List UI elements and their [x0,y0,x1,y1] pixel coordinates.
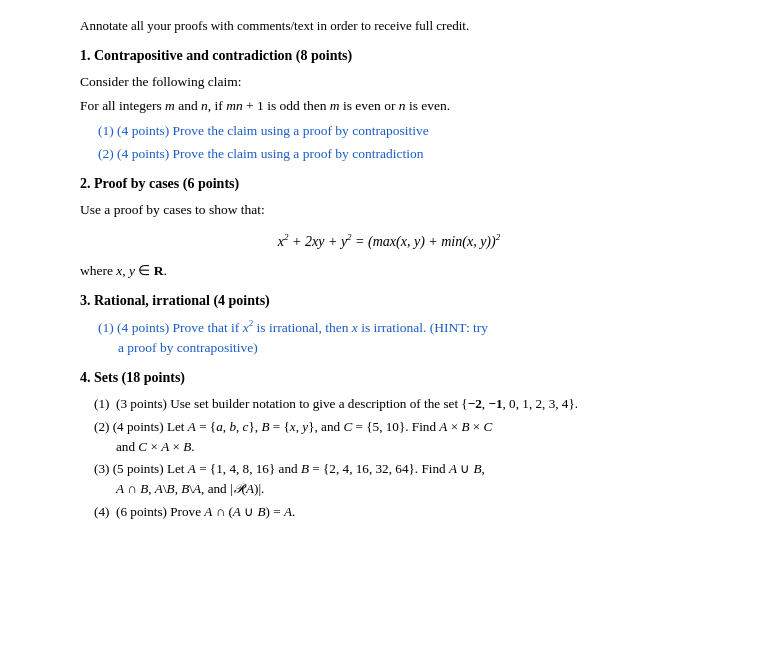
section-4-item-3-content: (5 points) Let A = {1, 4, 8, 16} and B =… [113,461,485,476]
section-4-item-4-content: (6 points) Prove A ∩ (A ∪ B) = A. [116,502,698,522]
section-3-item-1-line2: a proof by contrapositive) [118,338,698,358]
section-1-claim: For all integers m and n, if mn + 1 is o… [80,96,698,116]
section-4-item-4: (4) (6 points) Prove A ∩ (A ∪ B) = A. [94,502,698,522]
section-4-item-1-content: (3 points) Use set builder notation to g… [116,394,698,414]
section-4-item-2-content-cont: and C × A × B. [116,439,195,454]
section-4-item-3: (3) (5 points) Let A = {1, 4, 8, 16} and… [94,459,698,499]
section-2-equation: x2 + 2xy + y2 = (max(x, y) + min(x, y))2 [80,232,698,250]
section-1-title: 1. Contrapositive and contradiction (8 p… [80,48,698,64]
section-3-title: 3. Rational, irrational (4 points) [80,293,698,309]
section-1-intro: Consider the following claim: [80,72,698,92]
section-3-item-1-line1: (1) (4 points) Prove that if x2 is irrat… [98,317,698,338]
section-4-item-2-num: (2) [94,419,109,434]
section-4-item-2-content: (4 points) Let A = {a, b, c}, B = {x, y}… [113,419,493,434]
section-4-items: (1) (3 points) Use set builder notation … [94,394,698,522]
section-4-item-1: (1) (3 points) Use set builder notation … [94,394,698,414]
section-4-item-3-num: (3) [94,461,109,476]
section-4-item-2: (2) (4 points) Let A = {a, b, c}, B = {x… [94,417,698,457]
section-4-item-1-num: (1) [94,394,116,414]
annotation-note: Annotate all your proofs with comments/t… [80,18,698,34]
section-2-intro: Use a proof by cases to show that: [80,200,698,220]
section-3-items: (1) (4 points) Prove that if x2 is irrat… [98,317,698,358]
section-2-title: 2. Proof by cases (6 points) [80,176,698,192]
section-1-item-2: (2) (4 points) Prove the claim using a p… [98,144,698,164]
section-4-title: 4. Sets (18 points) [80,370,698,386]
section-2-where: where x, y ∈ R. [80,262,698,279]
section-4-item-3-content-cont: A ∩ B, A\B, B\A, and |𝒫(A)|. [116,481,264,496]
section-4-item-4-num: (4) [94,502,116,522]
section-1-item-1: (1) (4 points) Prove the claim using a p… [98,121,698,141]
